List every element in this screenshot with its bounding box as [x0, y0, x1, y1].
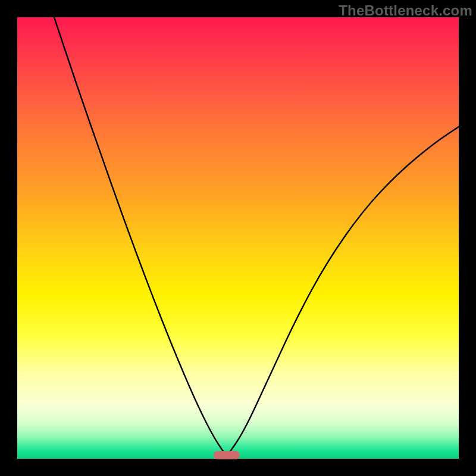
minimum-marker [214, 451, 240, 459]
plot-area [17, 17, 459, 459]
watermark-text: TheBottleneck.com [339, 2, 472, 19]
bottleneck-curve [17, 17, 459, 459]
curve-path [54, 17, 459, 456]
